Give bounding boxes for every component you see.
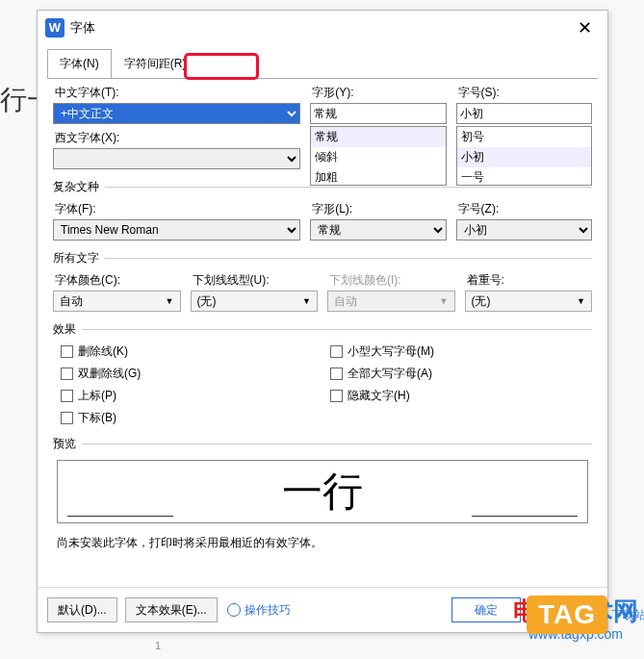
- chevron-down-icon: ▼: [302, 296, 311, 306]
- underline-style-label: 下划线线型(U):: [191, 272, 319, 289]
- check-sub[interactable]: 下标(B): [61, 410, 322, 426]
- underline-color-drop: 自动▼: [327, 291, 455, 312]
- effects-checks: 删除线(K) 双删除线(G) 上标(P) 下标(B) 小型大写字母(M) 全部大…: [53, 343, 592, 426]
- tab-spacing[interactable]: 字符间距(R): [112, 49, 199, 79]
- check-hidden[interactable]: 隐藏文字(H): [330, 388, 592, 404]
- underline-style-drop[interactable]: (无)▼: [191, 291, 319, 312]
- effects-header: 效果: [53, 321, 76, 338]
- preview-note: 尚未安装此字体，打印时将采用最相近的有效字体。: [53, 531, 592, 561]
- check-smallcaps[interactable]: 小型大写字母(M): [330, 343, 592, 360]
- titlebar: W 字体 ✕: [38, 11, 607, 45]
- group-all: 所有文字: [53, 250, 592, 266]
- tag-box: TAG: [527, 596, 607, 634]
- chinese-font-select[interactable]: +中文正文: [53, 103, 300, 124]
- tab-row: 字体(N) 字符间距(R): [38, 45, 607, 79]
- complex-header: 复杂文种: [53, 179, 99, 195]
- check-sup[interactable]: 上标(P): [61, 388, 322, 404]
- page-number: 1: [155, 640, 161, 651]
- font-style-label: 字形(Y):: [310, 85, 446, 101]
- tag-badge: TAG 下载站: [527, 596, 644, 634]
- all-header: 所有文字: [53, 250, 99, 266]
- info-icon: [227, 603, 241, 617]
- font-style-input[interactable]: [310, 103, 446, 124]
- western-font-select[interactable]: [53, 148, 300, 169]
- app-logo-icon: W: [45, 18, 64, 38]
- tag-sub: 下载站: [611, 607, 644, 623]
- preview-box: 一行: [57, 460, 588, 523]
- dialog-body: 中文字体(T): +中文正文 字形(Y): 常规 倾斜 加粗 字号(S): 初号: [47, 78, 598, 587]
- group-preview: 预览: [53, 436, 592, 452]
- group-effects: 效果: [53, 321, 592, 338]
- emphasis-label: 着重号:: [465, 272, 593, 289]
- chevron-down-icon: ▼: [577, 296, 585, 306]
- dialog-title: 字体: [70, 19, 570, 37]
- chevron-down-icon: ▼: [166, 296, 174, 306]
- close-icon[interactable]: ✕: [570, 17, 600, 38]
- group-complex: 复杂文种: [53, 179, 592, 195]
- default-button[interactable]: 默认(D)...: [47, 597, 117, 622]
- preview-text: 一行: [282, 465, 363, 519]
- preview-header: 预览: [53, 436, 76, 452]
- cx-size-label: 字号(Z):: [456, 201, 592, 217]
- cx-style-select[interactable]: 常规: [310, 219, 446, 241]
- cx-font-label: 字体(F):: [53, 201, 300, 217]
- cx-size-select[interactable]: 小初: [456, 219, 592, 241]
- cx-font-select[interactable]: Times New Roman: [53, 219, 300, 241]
- font-dialog: W 字体 ✕ 字体(N) 字符间距(R) 中文字体(T): +中文正文 字形(Y…: [37, 10, 608, 633]
- ok-button[interactable]: 确定: [451, 597, 521, 622]
- chinese-font-label: 中文字体(T):: [53, 85, 300, 101]
- underline-color-label: 下划线颜色(I):: [327, 272, 455, 289]
- tips-link[interactable]: 操作技巧: [227, 602, 291, 619]
- check-allcaps[interactable]: 全部大写字母(A): [330, 366, 592, 382]
- chevron-down-icon: ▼: [440, 296, 449, 306]
- tab-font[interactable]: 字体(N): [47, 49, 112, 79]
- cx-style-label: 字形(L):: [310, 201, 446, 217]
- text-effect-button[interactable]: 文本效果(E)...: [125, 597, 218, 622]
- font-size-input[interactable]: [456, 103, 592, 124]
- western-font-label: 西文字体(X):: [53, 130, 300, 146]
- font-color-label: 字体颜色(C):: [53, 272, 181, 289]
- emphasis-drop[interactable]: (无)▼: [465, 291, 593, 312]
- check-dblstrike[interactable]: 双删除线(G): [61, 366, 322, 382]
- font-color-drop[interactable]: 自动▼: [53, 291, 181, 312]
- font-size-label: 字号(S):: [456, 85, 592, 101]
- check-strike[interactable]: 删除线(K): [61, 343, 322, 360]
